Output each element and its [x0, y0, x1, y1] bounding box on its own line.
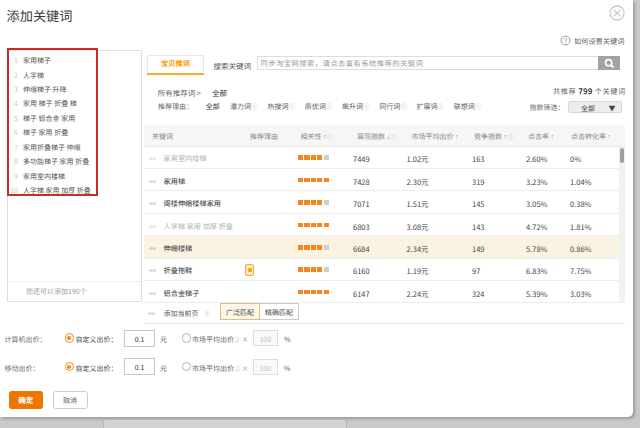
svg-text:?: ? — [564, 37, 568, 44]
